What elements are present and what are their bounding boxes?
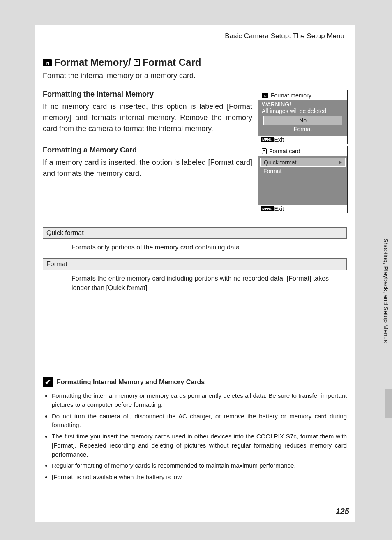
lcd2-opt1-label: Quick format <box>264 159 296 166</box>
page-number: 125 <box>336 507 349 516</box>
internal-memory-icon <box>43 59 52 66</box>
section1-body: If no memory card is inserted, this opti… <box>43 101 252 134</box>
note-item: [Format] is not available when the batte… <box>52 473 347 482</box>
menu-icon: MENU <box>261 206 274 211</box>
main-heading: Format Memory/ Format Card <box>43 57 347 68</box>
lcd1-option-format[interactable]: Format <box>262 125 344 133</box>
intro-text: Format the internal memory or a memory c… <box>43 72 347 80</box>
def-quick-heading: Quick format <box>43 227 347 239</box>
lcd1-exit-label: Exit <box>274 136 284 143</box>
def-format-heading: Format <box>43 258 347 270</box>
lcd2-option-quick[interactable]: Quick format <box>260 158 346 167</box>
section1-heading: Formatting the Internal Memory <box>43 90 252 99</box>
lcd1-option-no[interactable]: No <box>263 116 342 125</box>
heading-text-2: Format Card <box>143 57 201 68</box>
lcd-format-card: Format card Quick format Format MENU Exi… <box>258 146 348 213</box>
lcd1-warning2: All images will be deleted! <box>262 108 344 114</box>
heading-text-1: Format Memory/ <box>54 57 131 68</box>
side-tab-label: Shooting, Playback, and Setup Menus <box>383 238 390 382</box>
section2-body: If a memory card is inserted, the option… <box>43 157 252 179</box>
section-memory-card: Formatting a Memory Card If a memory car… <box>43 146 347 216</box>
def-quick-desc: Formats only portions of the memory card… <box>43 239 347 258</box>
chevron-right-icon <box>339 160 342 164</box>
lcd1-warning: WARNING! <box>262 101 344 108</box>
note-item: The first time you insert the memory car… <box>52 432 347 459</box>
lcd2-title: Format card <box>269 148 300 155</box>
section-internal-memory: Formatting the Internal Memory If no mem… <box>43 90 347 134</box>
section2-heading: Formatting a Memory Card <box>43 146 252 155</box>
check-icon: ✔ <box>43 377 53 387</box>
note-box: ✔ Formatting Internal Memory and Memory … <box>43 377 347 482</box>
note-item: Do not turn the camera off, disconnect t… <box>52 412 347 430</box>
def-format-desc: Formats the entire memory card including… <box>43 270 347 299</box>
lcd1-title: Format memory <box>271 92 311 99</box>
side-tab-indicator <box>385 389 392 418</box>
lcd1-exit[interactable]: MENU Exit <box>258 136 347 144</box>
card-icon <box>134 59 140 66</box>
internal-memory-icon <box>262 93 268 98</box>
page-header: Basic Camera Setup: The Setup Menu <box>43 32 347 40</box>
page: Basic Camera Setup: The Setup Menu Forma… <box>35 25 355 522</box>
note-heading: Formatting Internal Memory and Memory Ca… <box>57 378 205 386</box>
note-list: Formatting the internal memory or memory… <box>43 391 347 482</box>
lcd2-exit[interactable]: MENU Exit <box>258 205 347 213</box>
lcd2-exit-label: Exit <box>274 205 284 212</box>
note-item: Regular formatting of memory cards is re… <box>52 461 347 470</box>
definitions-table: Quick format Formats only portions of th… <box>43 227 347 299</box>
note-item: Formatting the internal memory or memory… <box>52 391 347 409</box>
lcd2-option-format[interactable]: Format <box>260 167 346 175</box>
card-icon <box>262 148 267 154</box>
lcd-format-memory: Format memory WARNING! All images will b… <box>258 90 348 144</box>
menu-icon: MENU <box>261 137 274 142</box>
